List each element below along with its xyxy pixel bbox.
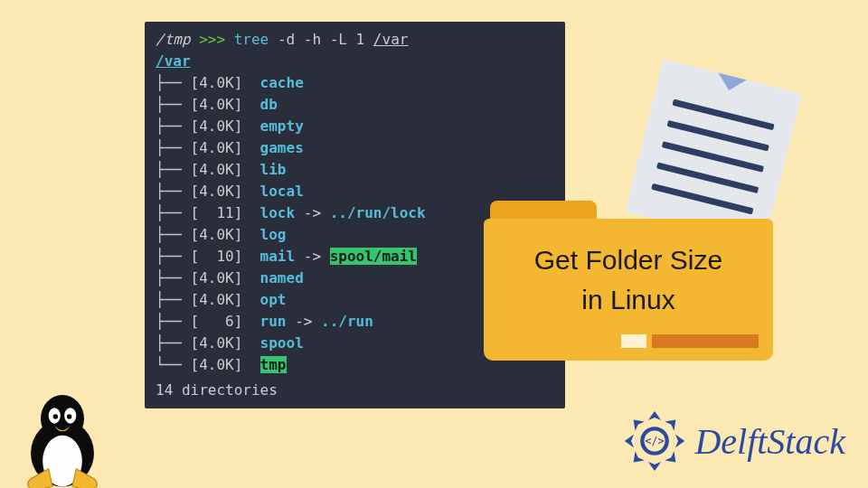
paper-fold-icon xyxy=(714,72,748,95)
svg-point-6 xyxy=(67,414,71,418)
command-name: tree xyxy=(234,31,269,48)
delftstack-text: DelftStack xyxy=(694,420,845,463)
progress-decoration xyxy=(621,334,759,348)
card-title-line-1: Get Folder Size xyxy=(534,245,722,275)
tux-icon xyxy=(9,384,116,488)
tree-entry: ├── [4.0K] local xyxy=(156,181,554,202)
terminal-prompt-line: /tmp >>> tree -d -h -L 1 /var xyxy=(156,29,554,51)
tree-summary: 14 directories xyxy=(156,380,554,401)
card-title-line-2: in Linux xyxy=(581,285,675,314)
tree-entry: ├── [4.0K] games xyxy=(156,137,554,159)
tree-root: /var xyxy=(156,52,191,70)
svg-point-5 xyxy=(53,414,58,418)
delftstack-mark-icon: </> xyxy=(622,408,687,474)
tree-entry: ├── [4.0K] empty xyxy=(156,116,554,137)
prompt-cwd: /tmp xyxy=(156,31,191,48)
card-title: Get Folder Size in Linux xyxy=(534,240,722,319)
title-card: Get Folder Size in Linux xyxy=(484,201,773,361)
prompt-arrows-icon: >>> xyxy=(199,31,225,48)
delftstack-logo: </> DelftStack xyxy=(622,408,845,474)
folder-body-icon: Get Folder Size in Linux xyxy=(484,219,773,361)
bar-large-icon xyxy=(652,334,759,348)
command-path: /var xyxy=(373,31,409,48)
bar-small-icon xyxy=(621,334,646,348)
tree-entry: ├── [4.0K] db xyxy=(156,94,554,116)
command-args: -d -h -L 1 xyxy=(278,31,364,48)
tree-entry: ├── [4.0K] cache xyxy=(156,72,554,94)
tree-entry: ├── [4.0K] lib xyxy=(156,159,554,181)
svg-point-1 xyxy=(41,395,84,442)
svg-text:</>: </> xyxy=(646,435,665,447)
